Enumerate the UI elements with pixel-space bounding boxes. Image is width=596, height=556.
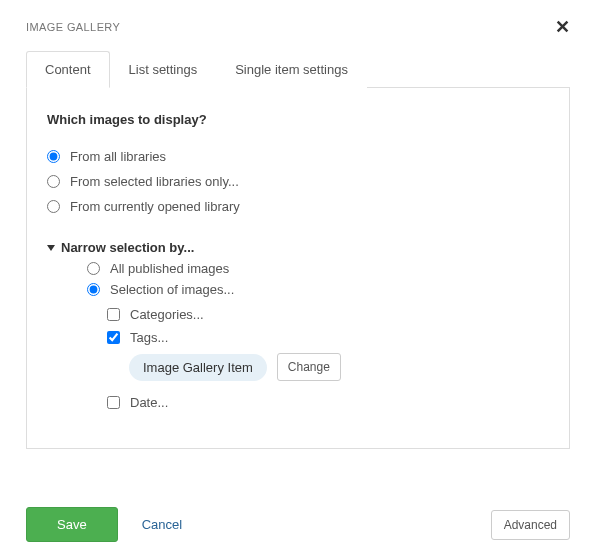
radio-all-published-label: All published images bbox=[110, 261, 229, 276]
checkbox-categories-label: Categories... bbox=[130, 307, 204, 322]
checkbox-categories[interactable]: Categories... bbox=[107, 307, 549, 322]
radio-from-selected-libraries-input[interactable] bbox=[47, 175, 60, 188]
radio-from-current-library-input[interactable] bbox=[47, 200, 60, 213]
content-panel: Which images to display? From all librar… bbox=[26, 87, 570, 449]
radio-selection-of-images[interactable]: Selection of images... bbox=[87, 282, 549, 297]
checkbox-date-input[interactable] bbox=[107, 396, 120, 409]
radio-selection-of-images-label: Selection of images... bbox=[110, 282, 234, 297]
change-button[interactable]: Change bbox=[277, 353, 341, 381]
radio-from-all-libraries-label: From all libraries bbox=[70, 149, 166, 164]
checkbox-date-label: Date... bbox=[130, 395, 168, 410]
radio-from-current-library[interactable]: From currently opened library bbox=[47, 199, 549, 214]
tab-list-settings[interactable]: List settings bbox=[110, 51, 217, 88]
narrow-selection-toggle[interactable]: Narrow selection by... bbox=[47, 240, 549, 255]
radio-from-all-libraries-input[interactable] bbox=[47, 150, 60, 163]
checkbox-categories-input[interactable] bbox=[107, 308, 120, 321]
close-icon[interactable]: ✕ bbox=[555, 18, 570, 36]
radio-all-published-input[interactable] bbox=[87, 262, 100, 275]
tag-chip: Image Gallery Item bbox=[129, 354, 267, 381]
radio-from-all-libraries[interactable]: From all libraries bbox=[47, 149, 549, 164]
checkbox-date[interactable]: Date... bbox=[107, 395, 549, 410]
tab-single-item-settings[interactable]: Single item settings bbox=[216, 51, 367, 88]
cancel-button[interactable]: Cancel bbox=[142, 517, 182, 532]
radio-from-selected-libraries-label: From selected libraries only... bbox=[70, 174, 239, 189]
radio-from-selected-libraries[interactable]: From selected libraries only... bbox=[47, 174, 549, 189]
advanced-button[interactable]: Advanced bbox=[491, 510, 570, 540]
checkbox-tags-input[interactable] bbox=[107, 331, 120, 344]
checkbox-tags-label: Tags... bbox=[130, 330, 168, 345]
question-heading: Which images to display? bbox=[47, 112, 549, 127]
tab-bar: Content List settings Single item settin… bbox=[26, 50, 570, 87]
narrow-selection-label: Narrow selection by... bbox=[61, 240, 194, 255]
radio-from-current-library-label: From currently opened library bbox=[70, 199, 240, 214]
caret-down-icon bbox=[47, 245, 55, 251]
save-button[interactable]: Save bbox=[26, 507, 118, 542]
radio-all-published[interactable]: All published images bbox=[87, 261, 549, 276]
dialog-title: IMAGE GALLERY bbox=[26, 21, 120, 33]
tab-content[interactable]: Content bbox=[26, 51, 110, 88]
radio-selection-of-images-input[interactable] bbox=[87, 283, 100, 296]
checkbox-tags[interactable]: Tags... bbox=[107, 330, 549, 345]
